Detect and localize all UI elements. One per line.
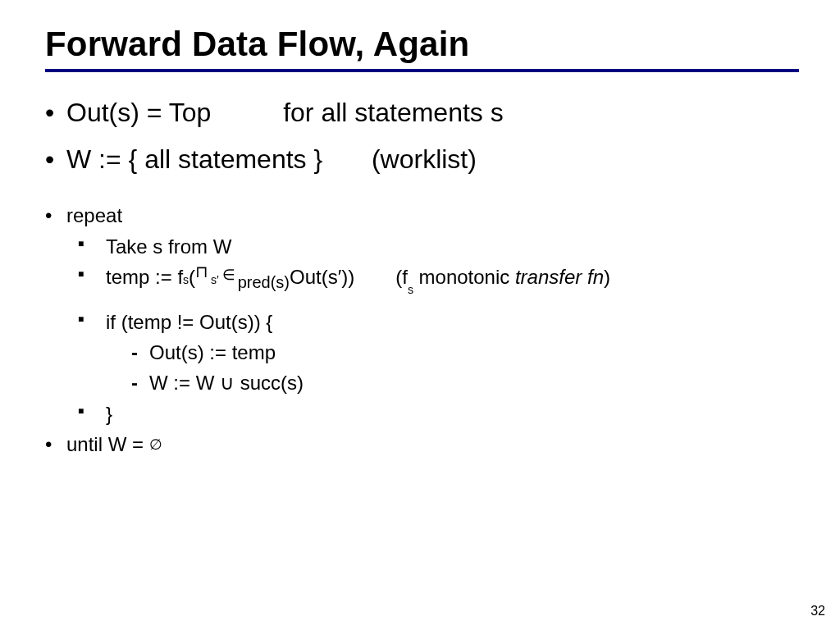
fn-sub: s xyxy=(408,283,413,296)
bullet2-left: W := { all statements } xyxy=(66,144,322,174)
slide: Forward Data Flow, Again Out(s) = Top fo… xyxy=(0,0,840,630)
union-icon: ∪ xyxy=(220,372,235,394)
title-rule xyxy=(45,69,799,72)
fn-close: ) xyxy=(604,266,610,288)
in-icon: ∈ xyxy=(222,264,235,287)
w-pre: W := W xyxy=(149,372,220,394)
pred-text: pred(s) xyxy=(238,270,290,295)
bullet2-right: (worklist) xyxy=(372,144,477,174)
step-temp: temp := f s ( ⊓ s′ ∈ pred(s) Out(s′)) (f… xyxy=(78,262,799,292)
bullet-out-top: Out(s) = Top for all statements s xyxy=(45,95,799,130)
bullet-worklist: W := { all statements } (worklist) xyxy=(45,142,799,177)
fn-prefix: (f xyxy=(395,266,408,288)
algorithm-body: repeat Take s from W temp := f s ( ⊓ s′ … xyxy=(45,200,799,459)
main-bullets: Out(s) = Top for all statements s W := {… xyxy=(45,95,799,177)
until-pre: until W = xyxy=(66,433,149,455)
until-line: until W = ∅ xyxy=(45,429,799,459)
fn-rest: monotonic xyxy=(413,266,515,288)
emptyset-icon: ∅ xyxy=(149,436,162,453)
spacer xyxy=(45,292,799,307)
slide-number: 32 xyxy=(810,604,825,619)
assign-out: Out(s) := temp xyxy=(131,337,799,368)
assign-worklist: W := W ∪ succ(s) xyxy=(131,368,799,398)
close-brace: } xyxy=(78,399,799,429)
bullet1-left: Out(s) = Top xyxy=(66,98,211,127)
fn-ital: transfer fn xyxy=(515,266,604,288)
sub-sprime: s′ xyxy=(211,272,219,290)
slide-title: Forward Data Flow, Again xyxy=(45,25,799,64)
step-take: Take s from W xyxy=(78,231,799,262)
transfer-note: (fs monotonic transfer fn) xyxy=(395,262,610,292)
open-paren: ( xyxy=(189,262,195,292)
if-line: if (temp != Out(s)) { xyxy=(78,307,799,337)
w-post: succ(s) xyxy=(240,372,304,394)
out-sprime: Out(s′)) xyxy=(290,262,354,292)
repeat-label: repeat xyxy=(45,200,799,231)
temp-prefix: temp := f xyxy=(106,262,183,292)
meet-icon: ⊓ xyxy=(195,259,208,285)
sub-s: s xyxy=(183,272,189,290)
bullet1-right: for all statements s xyxy=(283,98,504,127)
